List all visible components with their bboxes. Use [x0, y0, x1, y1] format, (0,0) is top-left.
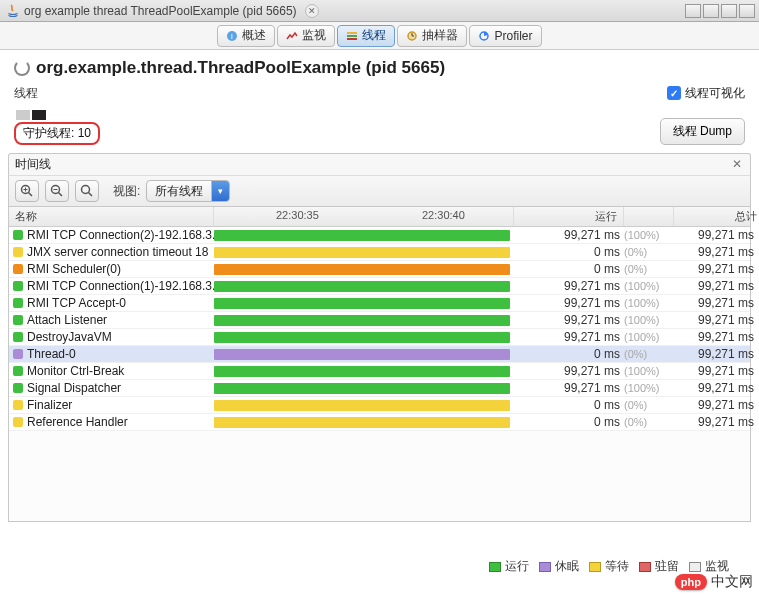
- total-time: 99,271 ms: [674, 245, 759, 259]
- legend-waiting: 等待: [589, 558, 629, 575]
- timeline-bar: [214, 315, 510, 326]
- status-color-icon: [13, 383, 23, 393]
- timeline-bar-cell: [214, 244, 514, 260]
- run-time: 99,271 ms: [514, 279, 624, 293]
- timeline-bar: [214, 400, 510, 411]
- daemon-count: 10: [78, 126, 91, 140]
- table-row[interactable]: RMI Scheduler(0)0 ms(0%)99,271 ms: [9, 261, 750, 278]
- timeline-section-header: 时间线 ✕: [8, 153, 751, 175]
- table-row[interactable]: Finalizer0 ms(0%)99,271 ms: [9, 397, 750, 414]
- thread-name-cell: Thread-0: [9, 347, 214, 361]
- timeline-bar: [214, 281, 510, 292]
- monitor-icon: [286, 30, 298, 42]
- col-name[interactable]: 名称: [9, 207, 214, 226]
- timeline-bar: [214, 349, 510, 360]
- thread-name: Signal Dispatcher: [27, 381, 121, 395]
- col-total[interactable]: 总计: [674, 207, 759, 226]
- run-percent: (0%): [624, 399, 674, 411]
- window-min-button[interactable]: [685, 4, 701, 18]
- total-time: 99,271 ms: [674, 347, 759, 361]
- table-row[interactable]: RMI TCP Connection(2)-192.168.3.99,271 m…: [9, 227, 750, 244]
- panel-close-icon[interactable]: ✕: [732, 157, 746, 171]
- window-max-button[interactable]: [703, 4, 719, 18]
- select-value: 所有线程: [147, 183, 211, 200]
- status-color-icon: [13, 349, 23, 359]
- thread-name-cell: Monitor Ctrl-Break: [9, 364, 214, 378]
- tab-threads[interactable]: 线程: [337, 25, 395, 47]
- table-row[interactable]: Attach Listener99,271 ms(100%)99,271 ms: [9, 312, 750, 329]
- timeline-bar-cell: [214, 363, 514, 379]
- thread-name-cell: Finalizer: [9, 398, 214, 412]
- run-percent: (100%): [624, 280, 674, 292]
- zoom-in-button[interactable]: [15, 180, 39, 202]
- window-close-button[interactable]: [739, 4, 755, 18]
- status-color-icon: [13, 332, 23, 342]
- table-row[interactable]: Reference Handler0 ms(0%)99,271 ms: [9, 414, 750, 431]
- legend-label: 等待: [605, 558, 629, 575]
- zoom-out-button[interactable]: [45, 180, 69, 202]
- tab-overview[interactable]: i 概述: [217, 25, 275, 47]
- zoom-out-icon: [50, 184, 64, 198]
- tab-sampler[interactable]: 抽样器: [397, 25, 467, 47]
- table-row[interactable]: DestroyJavaVM99,271 ms(100%)99,271 ms: [9, 329, 750, 346]
- status-color-icon: [13, 315, 23, 325]
- thread-name-cell: RMI TCP Accept-0: [9, 296, 214, 310]
- refresh-icon[interactable]: [14, 60, 30, 76]
- run-time: 0 ms: [514, 347, 624, 361]
- timeline-bar: [214, 264, 510, 275]
- caret-down-icon: ▾: [211, 181, 229, 201]
- total-time: 99,271 ms: [674, 381, 759, 395]
- zoom-in-icon: [20, 184, 34, 198]
- thread-name-cell: DestroyJavaVM: [9, 330, 214, 344]
- run-percent: (0%): [624, 246, 674, 258]
- checkbox-checked-icon: ✓: [667, 86, 681, 100]
- tab-label: Profiler: [494, 29, 532, 43]
- java-icon: [6, 4, 20, 18]
- table-row[interactable]: Monitor Ctrl-Break99,271 ms(100%)99,271 …: [9, 363, 750, 380]
- thread-name-cell: Signal Dispatcher: [9, 381, 214, 395]
- visualization-toggle[interactable]: ✓ 线程可视化: [667, 85, 745, 102]
- table-row[interactable]: RMI TCP Connection(1)-192.168.3.99,271 m…: [9, 278, 750, 295]
- table-row[interactable]: Thread-00 ms(0%)99,271 ms: [9, 346, 750, 363]
- thread-name: RMI Scheduler(0): [27, 262, 121, 276]
- tab-close-icon[interactable]: ✕: [305, 4, 319, 18]
- thread-filter-select[interactable]: 所有线程 ▾: [146, 180, 230, 202]
- mini-chart: [16, 110, 100, 120]
- tab-label: 抽样器: [422, 27, 458, 44]
- run-time: 0 ms: [514, 262, 624, 276]
- thread-name: Attach Listener: [27, 313, 107, 327]
- run-percent: (100%): [624, 297, 674, 309]
- table-row[interactable]: JMX server connection timeout 180 ms(0%)…: [9, 244, 750, 261]
- run-percent: (100%): [624, 331, 674, 343]
- thread-name: Monitor Ctrl-Break: [27, 364, 124, 378]
- timeline-bar-cell: [214, 329, 514, 345]
- col-timeline[interactable]: 22:30:35 22:30:40: [214, 207, 514, 226]
- table-row[interactable]: RMI TCP Accept-099,271 ms(100%)99,271 ms: [9, 295, 750, 312]
- total-time: 99,271 ms: [674, 279, 759, 293]
- run-time: 0 ms: [514, 398, 624, 412]
- run-percent: (100%): [624, 365, 674, 377]
- zoom-fit-button[interactable]: [75, 180, 99, 202]
- total-time: 99,271 ms: [674, 415, 759, 429]
- timeline-bar-cell: [214, 312, 514, 328]
- tab-label: 监视: [302, 27, 326, 44]
- thread-subheader: 线程 ✓ 线程可视化: [0, 82, 759, 106]
- tab-monitor[interactable]: 监视: [277, 25, 335, 47]
- thread-name: DestroyJavaVM: [27, 330, 112, 344]
- thread-name: Thread-0: [27, 347, 76, 361]
- thread-dump-button[interactable]: 线程 Dump: [660, 118, 745, 145]
- run-percent: (100%): [624, 314, 674, 326]
- thread-name-cell: RMI TCP Connection(2)-192.168.3.: [9, 228, 214, 242]
- timeline-bar: [214, 417, 510, 428]
- window-restore-button[interactable]: [721, 4, 737, 18]
- svg-rect-2: [347, 32, 357, 34]
- col-run[interactable]: 运行: [514, 207, 624, 226]
- legend-label: 运行: [505, 558, 529, 575]
- tab-profiler[interactable]: Profiler: [469, 25, 541, 47]
- daemon-label: 守护线程:: [23, 126, 74, 140]
- run-percent: (0%): [624, 263, 674, 275]
- table-row[interactable]: Signal Dispatcher99,271 ms(100%)99,271 m…: [9, 380, 750, 397]
- col-pct[interactable]: [624, 207, 674, 226]
- thread-name: Reference Handler: [27, 415, 128, 429]
- run-time: 0 ms: [514, 245, 624, 259]
